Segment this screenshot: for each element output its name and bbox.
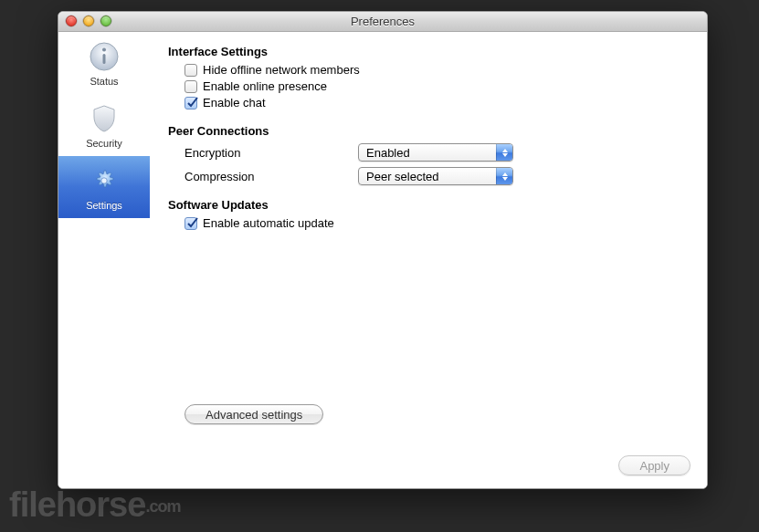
zoom-icon[interactable] [100, 16, 111, 26]
section-heading: Software Updates [168, 198, 687, 212]
titlebar[interactable]: Preferences [58, 12, 707, 32]
section-heading: Peer Connections [168, 124, 687, 138]
svg-point-3 [101, 178, 107, 183]
encryption-select[interactable]: Enabled [358, 143, 513, 162]
advanced-button-wrap: Advanced settings [184, 404, 323, 424]
advanced-settings-button[interactable]: Advanced settings [184, 404, 323, 424]
sidebar-item-security[interactable]: Security [58, 94, 150, 156]
select-value: Enabled [359, 146, 496, 160]
section-heading: Interface Settings [168, 45, 687, 58]
window-controls [66, 16, 111, 26]
option-online-presence[interactable]: Enable online presence [184, 78, 687, 95]
checkbox-icon[interactable] [184, 64, 197, 77]
option-auto-update[interactable]: Enable automatic update [184, 215, 687, 232]
select-value: Peer selected [359, 170, 496, 183]
row-label: Encryption [184, 146, 358, 160]
watermark: filehorse.com [9, 485, 180, 525]
minimize-icon[interactable] [83, 16, 94, 26]
svg-point-2 [102, 48, 106, 52]
watermark-text: filehorse [9, 485, 145, 524]
info-icon [89, 41, 120, 72]
window-body: Status Security Settings Interface Setti… [58, 32, 707, 488]
preferences-window: Preferences Status Security Settings [58, 11, 708, 489]
gear-icon [89, 165, 120, 196]
row-label: Compression [184, 170, 358, 183]
checkbox-icon[interactable] [184, 80, 197, 93]
sidebar-item-label: Status [90, 76, 118, 87]
option-label: Hide offline network members [203, 62, 360, 78]
shield-icon [89, 103, 120, 134]
option-enable-chat[interactable]: Enable chat [184, 95, 687, 111]
content-pane: Interface Settings Hide offline network … [150, 32, 707, 488]
chevron-updown-icon [496, 144, 512, 161]
sidebar-item-label: Settings [86, 200, 122, 211]
close-icon[interactable] [66, 16, 77, 26]
apply-button[interactable]: Apply [618, 455, 690, 475]
window-title: Preferences [351, 15, 415, 28]
option-label: Enable automatic update [203, 215, 334, 232]
sidebar: Status Security Settings [58, 32, 150, 488]
row-encryption: Encryption Enabled [184, 143, 687, 162]
compression-select[interactable]: Peer selected [358, 167, 513, 185]
svg-rect-1 [103, 54, 106, 64]
checkbox-icon[interactable] [184, 97, 197, 110]
apply-button-wrap: Apply [618, 455, 690, 475]
option-hide-offline[interactable]: Hide offline network members [184, 62, 687, 78]
option-label: Enable chat [203, 95, 266, 111]
peer-connections-section: Peer Connections Encryption Enabled Comp… [168, 124, 687, 185]
checkbox-icon[interactable] [184, 217, 197, 230]
sidebar-item-label: Security [86, 138, 122, 149]
option-label: Enable online presence [203, 78, 327, 95]
row-compression: Compression Peer selected [184, 167, 687, 185]
chevron-updown-icon [496, 168, 512, 184]
watermark-suffix: .com [145, 497, 180, 516]
interface-settings-section: Interface Settings Hide offline network … [168, 45, 687, 111]
sidebar-item-settings[interactable]: Settings [58, 156, 150, 218]
sidebar-item-status[interactable]: Status [58, 32, 150, 94]
software-updates-section: Software Updates Enable automatic update [168, 198, 687, 232]
